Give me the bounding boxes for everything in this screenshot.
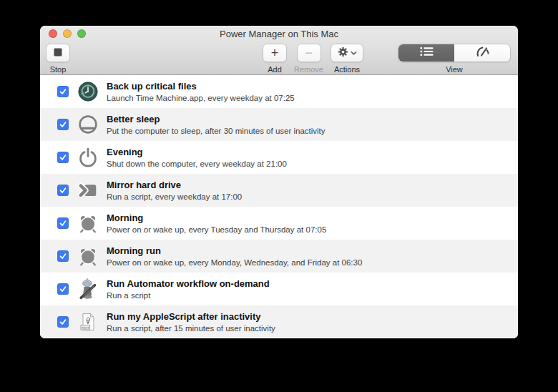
time-machine-icon [77,80,99,103]
segment-list-view[interactable] [398,44,454,62]
automator-icon [77,278,99,300]
add-label: Add [268,65,282,74]
event-description: Launch Time Machine.app, every weekday a… [107,93,295,103]
view-label: View [446,65,463,74]
remove-group: − Remove [294,44,323,74]
list-item[interactable]: Morning run Power on or wake up, every M… [40,240,518,273]
actions-button[interactable] [331,44,363,62]
list-item[interactable]: Back up critical files Launch Time Machi… [40,75,518,108]
remove-button[interactable]: − [297,44,321,62]
event-description: Run a script [107,290,270,300]
event-checkbox[interactable] [57,250,69,262]
chevron-down-icon [351,46,357,59]
remove-label: Remove [294,65,323,74]
event-description: Run a script, after 15 minutes of user i… [107,323,275,333]
segment-gauge-view[interactable] [454,44,510,62]
event-checkbox[interactable] [57,86,69,97]
event-checkbox[interactable] [57,185,69,196]
event-title: Morning [107,212,326,224]
event-description: Power on or wake up, every Monday, Wedne… [107,258,362,268]
minus-icon: − [305,46,313,59]
svg-text:TEXT: TEXT [82,326,89,330]
actions-label: Actions [334,65,360,74]
stop-group: Stop [46,44,70,74]
list-icon [420,46,434,59]
sleep-icon [77,113,99,136]
event-title: Run Automator workflow on-demand [107,278,270,290]
event-title: Evening [107,147,287,158]
event-checkbox[interactable] [57,316,69,328]
list-item[interactable]: Mirror hard drive Run a script, every we… [40,174,518,207]
power-manager-window: Power Manager on This Mac Stop + Add [40,26,518,338]
power-icon [77,146,99,169]
window-header: Power Manager on This Mac Stop + Add [40,26,518,75]
plus-icon: + [271,46,279,59]
actions-group: Actions [331,44,363,74]
list-item[interactable]: Better sleep Put the computer to sleep, … [40,108,518,141]
list-item[interactable]: TEXT Run my AppleScript after inactivity… [40,305,518,338]
alarm-clock-icon [77,212,99,235]
event-description: Shut down the computer, every weekday at… [107,159,287,169]
view-segmented-control [398,44,511,62]
event-title: Run my AppleScript after inactivity [107,311,275,323]
event-title: Better sleep [107,114,326,125]
list-item[interactable]: Morning Power on or wake up, every Tuesd… [40,207,518,240]
event-description: Put the computer to sleep, after 30 minu… [107,126,326,136]
event-checkbox[interactable] [57,217,69,229]
event-list: Back up critical files Launch Time Machi… [40,75,518,338]
add-button[interactable]: + [263,44,287,62]
titlebar[interactable]: Power Manager on This Mac [40,26,518,41]
event-checkbox[interactable] [57,119,69,130]
event-title: Back up critical files [107,81,295,92]
alarm-clock-icon [77,245,99,268]
event-description: Power on or wake up, every Tuesday and T… [107,225,326,235]
event-checkbox[interactable] [57,283,69,295]
stop-button[interactable] [46,44,70,62]
run-script-icon [77,179,99,202]
event-description: Run a script, every weekday at 17:00 [107,192,242,202]
edit-cluster: + Add − Remove [263,44,363,74]
event-title: Mirror hard drive [107,180,242,191]
window-title: Power Manager on This Mac [40,26,518,41]
list-item[interactable]: Run Automator workflow on-demand Run a s… [40,273,518,305]
toolbar: Stop + Add − Remove [40,41,518,74]
event-checkbox[interactable] [57,152,69,163]
stop-label: Stop [50,65,67,74]
add-group: + Add [263,44,287,74]
list-item[interactable]: Evening Shut down the computer, every we… [40,141,518,174]
view-group: View [398,44,511,74]
event-title: Morning run [107,245,362,257]
gear-icon [338,46,348,60]
gauge-icon [474,46,491,60]
stop-icon [54,46,62,59]
applescript-icon: TEXT [77,310,99,333]
